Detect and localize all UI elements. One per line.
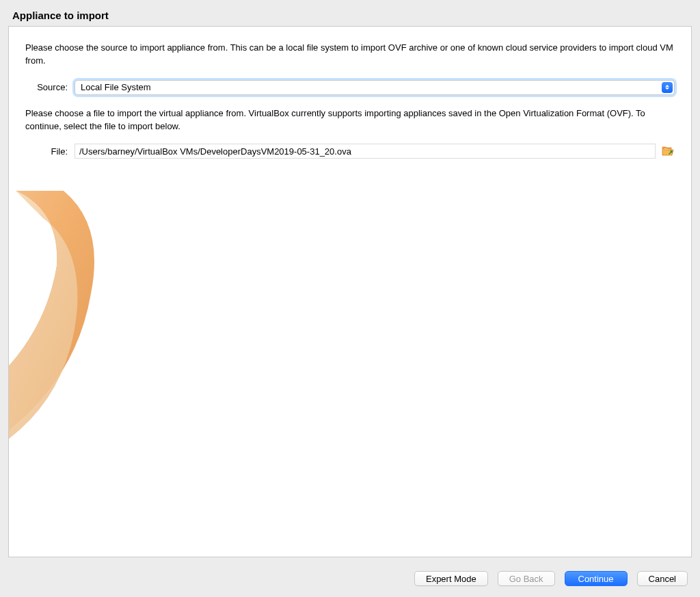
folder-open-icon	[662, 145, 674, 157]
source-select-wrap: Local File System	[75, 80, 675, 95]
file-path-input[interactable]	[75, 144, 656, 159]
main-panel: Please choose the source to import appli…	[8, 26, 692, 557]
cube-background-art	[8, 170, 173, 557]
file-description: Please choose a file to import the virtu…	[25, 107, 675, 133]
content-area: Please choose the source to import appli…	[9, 27, 691, 159]
go-back-button[interactable]: Go Back	[498, 571, 555, 586]
continue-button[interactable]: Continue	[565, 571, 628, 586]
file-row: File:	[25, 144, 675, 159]
source-row: Source: Local File System	[25, 80, 675, 95]
file-label: File:	[25, 146, 75, 157]
page-title: Appliance to import	[0, 0, 700, 27]
updown-chevron-icon[interactable]	[662, 82, 673, 93]
cancel-button[interactable]: Cancel	[637, 571, 688, 586]
source-select[interactable]: Local File System	[75, 80, 675, 95]
browse-file-button[interactable]	[661, 144, 675, 158]
footer-buttons: Expert Mode Go Back Continue Cancel	[414, 571, 688, 586]
file-input-wrap	[75, 144, 675, 159]
intro-text: Please choose the source to import appli…	[25, 42, 675, 68]
source-label: Source:	[25, 82, 75, 92]
source-select-value: Local File System	[81, 82, 151, 92]
expert-mode-button[interactable]: Expert Mode	[414, 571, 488, 586]
